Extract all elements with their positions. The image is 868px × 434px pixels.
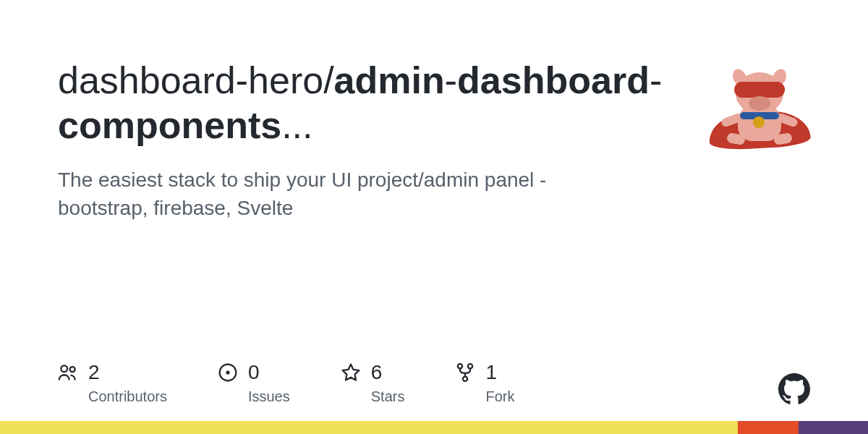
issue-icon bbox=[218, 362, 238, 383]
header-row: dashboard-hero/admin-dashboard-component… bbox=[58, 58, 810, 222]
svg-point-6 bbox=[463, 377, 467, 381]
repo-name-part3: components bbox=[58, 104, 281, 146]
stat-forks[interactable]: 1 Fork bbox=[455, 361, 514, 405]
issues-label: Issues bbox=[248, 388, 290, 405]
stars-count: 6 bbox=[371, 361, 383, 384]
forks-count: 1 bbox=[485, 361, 497, 384]
svg-point-5 bbox=[468, 364, 472, 368]
repo-avatar[interactable] bbox=[709, 58, 810, 159]
language-bar bbox=[0, 421, 868, 434]
svg-point-4 bbox=[458, 364, 462, 368]
repo-name-part2: dashboard bbox=[457, 59, 650, 101]
repo-title[interactable]: dashboard-hero/admin-dashboard-component… bbox=[58, 58, 680, 148]
repo-sep2: - bbox=[650, 59, 662, 101]
stat-stars[interactable]: 6 Stars bbox=[341, 361, 405, 405]
contributors-count: 2 bbox=[88, 361, 100, 384]
stat-contributors[interactable]: 2 Contributors bbox=[58, 361, 167, 405]
repo-name-part1: admin bbox=[334, 59, 445, 101]
repo-description: The easiest stack to ship your UI projec… bbox=[58, 166, 608, 222]
repo-ellipsis: ... bbox=[281, 104, 312, 146]
stars-label: Stars bbox=[371, 388, 405, 405]
repo-sep1: - bbox=[445, 59, 457, 101]
github-logo-icon[interactable] bbox=[778, 373, 810, 405]
stats-row: 2 Contributors 0 Issues 6 Stars bbox=[58, 361, 810, 405]
repo-owner: dashboard-hero bbox=[58, 59, 323, 101]
fork-icon bbox=[455, 362, 475, 383]
svg-point-3 bbox=[226, 370, 229, 374]
svg-point-0 bbox=[61, 365, 67, 372]
title-block: dashboard-hero/admin-dashboard-component… bbox=[58, 58, 680, 222]
forks-label: Fork bbox=[485, 388, 514, 405]
svg-point-1 bbox=[70, 367, 75, 372]
issues-count: 0 bbox=[248, 361, 260, 384]
pig-hero-icon bbox=[712, 61, 807, 156]
repo-card: dashboard-hero/admin-dashboard-component… bbox=[0, 0, 868, 434]
star-icon bbox=[341, 362, 361, 383]
stat-issues[interactable]: 0 Issues bbox=[218, 361, 290, 405]
people-icon bbox=[58, 362, 78, 383]
contributors-label: Contributors bbox=[88, 388, 167, 405]
repo-slash: / bbox=[323, 59, 333, 101]
